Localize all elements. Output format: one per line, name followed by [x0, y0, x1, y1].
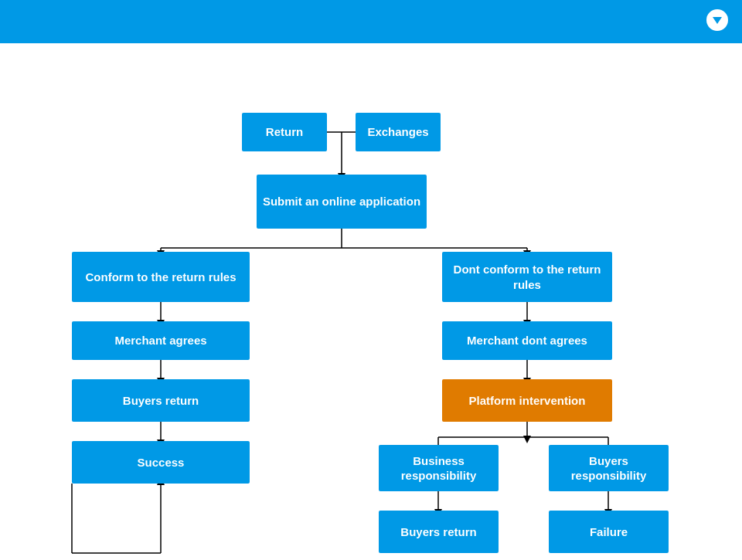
header	[0, 0, 742, 40]
flow-box-return: Return	[242, 113, 327, 151]
flow-box-dont_conform: Dont conform to the return rules	[442, 252, 612, 302]
flow-box-failure: Failure	[549, 511, 669, 553]
flow-box-submit: Submit an online application	[257, 175, 427, 229]
flow-box-platform: Platform intervention	[442, 379, 612, 422]
flow-box-biz_resp: Business responsibility	[379, 445, 499, 491]
flow-box-conform: Conform to the return rules	[72, 252, 250, 302]
flow-box-exchanges: Exchanges	[356, 113, 441, 151]
flow-box-buyers_return2: Buyers return	[379, 511, 499, 553]
flow-box-buyers_return1: Buyers return	[72, 379, 250, 422]
flow-box-buyers_resp: Buyers responsibility	[549, 445, 669, 491]
svg-marker-0	[713, 17, 722, 24]
chevron-down-icon[interactable]	[705, 8, 730, 32]
flow-box-merchant_agrees: Merchant agrees	[72, 321, 250, 360]
svg-marker-30	[523, 436, 531, 443]
flow-box-success: Success	[72, 441, 250, 484]
diagram-area: ReturnExchangesSubmit an online applicat…	[0, 43, 742, 560]
flow-box-merchant_dont: Merchant dont agrees	[442, 321, 612, 360]
